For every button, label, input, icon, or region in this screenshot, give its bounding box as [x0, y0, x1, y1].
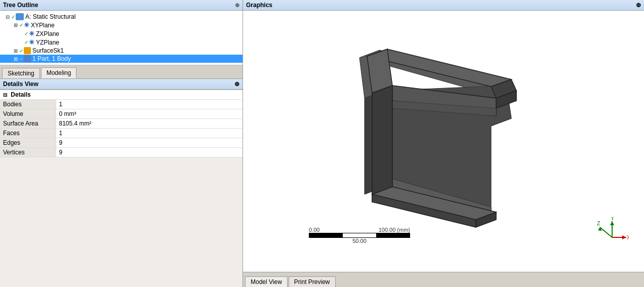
tree-item-label-surfacesk1: SurfaceSk1: [32, 47, 64, 54]
svg-marker-8: [367, 49, 392, 93]
icon-model-structural: [16, 13, 24, 20]
tree-outline-header: Tree Outline ⊕: [0, 0, 243, 11]
scale-label-0: 0.00: [309, 227, 319, 233]
graphics-tab-bar: Model View Print Preview: [243, 272, 644, 287]
expander-part-body[interactable]: ⊞: [12, 56, 19, 62]
graphics-title: Graphics: [246, 2, 272, 9]
details-label-surface-area: Surface Area: [0, 119, 56, 129]
tab-modeling[interactable]: Modeling: [41, 67, 77, 78]
svg-text:Y: Y: [611, 217, 615, 221]
scale-mid-label: 50.00: [309, 238, 410, 244]
axis-indicator: Z Y X: [596, 217, 629, 249]
expander-xyplane[interactable]: ⊞: [12, 22, 19, 28]
svg-text:Z: Z: [597, 220, 600, 226]
tree-item-zxplane[interactable]: ✓ ✳ ZXPlane: [0, 29, 243, 38]
tree-item-xyplane[interactable]: ⊞ ✓ ✳ XYPlane: [0, 21, 243, 29]
details-label-bodies: Bodies: [0, 100, 56, 109]
check-icon-structural: ✓: [11, 14, 15, 20]
expander-surfacesk1[interactable]: ⊞: [12, 48, 19, 54]
tree-item-surfacesk1[interactable]: ⊞ ✓ SurfaceSk1: [0, 47, 243, 55]
svg-text:X: X: [627, 234, 629, 240]
scale-segment-black1: [309, 233, 342, 238]
tab-sketching[interactable]: Sketching: [2, 68, 40, 78]
scale-bar-labels: 0.00 100.00 (mm): [309, 227, 410, 233]
check-icon-zxplane: ✓: [24, 31, 28, 36]
details-view-title: Details View: [3, 80, 38, 88]
tree-item-label-structural: A: Static Structural: [25, 13, 75, 20]
tree-outline-title: Tree Outline: [3, 2, 38, 9]
details-value-bodies: 1: [56, 100, 243, 109]
svg-line-17: [600, 227, 612, 237]
check-icon-xyplane: ✓: [19, 22, 23, 28]
graphics-header: Graphics ⊕: [243, 0, 644, 11]
section-toggle-icon[interactable]: ⊟: [3, 92, 7, 98]
tree-item-label-zxplane: ZXPlane: [36, 30, 59, 37]
icon-body-part: [24, 55, 31, 62]
scale-bar-graphic: [309, 233, 410, 238]
icon-sketch-surfacesk1: [24, 47, 31, 54]
main-container: Tree Outline ⊕ ⊟ ✓ A: Static Structural …: [0, 0, 644, 287]
svg-marker-21: [610, 221, 614, 225]
check-icon-yzplane: ✓: [24, 39, 28, 45]
tree-item-yzplane[interactable]: ✓ ✳ YZPlane: [0, 38, 243, 47]
details-label-faces: Faces: [0, 129, 56, 138]
section-label: Details: [11, 91, 30, 98]
details-row-volume: Volume 0 mm³: [0, 109, 243, 119]
axis-svg: Z Y X: [596, 217, 629, 248]
scale-bar: 0.00 100.00 (mm) 50.00: [309, 227, 410, 244]
tab-print-preview[interactable]: Print Preview: [289, 276, 336, 287]
tree-item-label-part-body: 1 Part, 1 Body: [32, 55, 71, 62]
svg-marker-13: [372, 86, 392, 202]
tab-model-view[interactable]: Model View: [245, 276, 288, 287]
details-row-faces: Faces 1: [0, 129, 243, 138]
scale-label-100: 100.00 (mm): [379, 227, 410, 233]
tree-outline-pin[interactable]: ⊕: [235, 2, 239, 9]
details-label-edges: Edges: [0, 138, 56, 148]
graphics-content: 0.00 100.00 (mm) 50.00 Z: [243, 11, 644, 272]
right-panel: Graphics ⊕: [243, 0, 644, 287]
details-row-edges: Edges 9: [0, 138, 243, 148]
tab-bar: Sketching Modeling: [0, 65, 243, 79]
details-row-bodies: Bodies 1: [0, 100, 243, 109]
details-view-header: Details View ⊕: [0, 79, 243, 90]
scale-segment-black2: [377, 233, 410, 238]
check-icon-surfacesk1: ✓: [19, 48, 23, 54]
details-value-volume: 0 mm³: [56, 109, 243, 119]
details-value-vertices: 9: [56, 148, 243, 157]
check-icon-part-body: ✓: [19, 56, 23, 62]
details-value-faces: 1: [56, 129, 243, 138]
details-row-vertices: Vertices 9: [0, 148, 243, 157]
tree-item-label-yzplane: YZPlane: [36, 39, 59, 46]
details-label-vertices: Vertices: [0, 148, 56, 157]
3d-shape-svg: [243, 11, 644, 272]
left-panel: Tree Outline ⊕ ⊟ ✓ A: Static Structural …: [0, 0, 243, 287]
details-label-volume: Volume: [0, 109, 56, 119]
details-value-edges: 9: [56, 138, 243, 148]
details-row-surface-area: Surface Area 8105.4 mm²: [0, 119, 243, 129]
tree-item-label-xyplane: XYPlane: [31, 22, 55, 29]
tree-item-static-structural[interactable]: ⊟ ✓ A: Static Structural: [0, 13, 243, 21]
icon-plane-xyplane: ✳: [24, 21, 29, 29]
scale-segment-white: [342, 233, 377, 238]
svg-marker-24: [622, 235, 626, 239]
icon-plane-zxplane: ✳: [29, 30, 34, 37]
graphics-pin[interactable]: ⊕: [636, 2, 641, 9]
icon-plane-yzplane: ✳: [29, 38, 34, 46]
tree-content: ⊟ ✓ A: Static Structural ⊞ ✓ ✳ XYPlane ✓…: [0, 11, 243, 65]
details-view-pin[interactable]: ⊕: [234, 80, 239, 88]
tree-item-part-body[interactable]: ⊞ ✓ 1 Part, 1 Body: [0, 55, 243, 63]
expander-static-structural[interactable]: ⊟: [4, 14, 11, 20]
details-value-surface-area: 8105.4 mm²: [56, 119, 243, 129]
details-table: ⊟ Details Bodies 1 Volume 0 mm³ Surface …: [0, 90, 243, 157]
details-section-header: ⊟ Details: [0, 90, 243, 100]
